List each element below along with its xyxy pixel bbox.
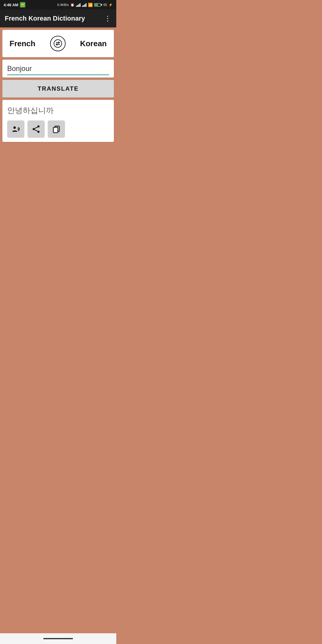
svg-point-0 <box>54 40 62 47</box>
target-language-label[interactable]: Korean <box>80 39 107 48</box>
more-options-icon[interactable]: ⋮ <box>104 14 112 23</box>
svg-point-3 <box>38 131 40 133</box>
input-card <box>2 60 114 78</box>
status-bar: 4:46 AM 🐱 0.4KB/s ⏰ 📶 65 <box>0 0 116 10</box>
translate-button[interactable]: TRANSLATE <box>2 80 114 97</box>
signal-bars-2 <box>82 3 86 7</box>
status-right: 0.4KB/s ⏰ 📶 65 ⚡ <box>57 3 113 7</box>
svg-line-6 <box>35 130 38 131</box>
result-actions <box>7 120 109 138</box>
speaker-icon <box>11 125 20 134</box>
status-time: 4:46 AM <box>4 3 18 7</box>
share-icon <box>32 125 40 133</box>
search-input[interactable] <box>7 64 109 75</box>
status-left: 4:46 AM 🐱 <box>4 2 25 7</box>
charging-icon: ⚡ <box>109 3 113 7</box>
result-card: 안녕하십니까 <box>2 100 114 142</box>
battery-icon <box>94 3 102 7</box>
signal-bars-1 <box>76 3 80 7</box>
swap-languages-button[interactable] <box>50 36 66 51</box>
language-selector-card: French Korean <box>2 30 114 57</box>
speak-button[interactable] <box>7 120 24 138</box>
svg-rect-8 <box>53 127 58 133</box>
alarm-icon: ⏰ <box>70 3 75 7</box>
svg-point-2 <box>38 126 40 128</box>
svg-point-4 <box>33 128 35 130</box>
svg-line-5 <box>35 127 38 129</box>
source-language-label[interactable]: French <box>10 39 35 48</box>
translation-result: 안녕하십니까 <box>7 105 109 116</box>
network-speed: 0.4KB/s <box>57 3 69 7</box>
wifi-icon: 📶 <box>88 3 93 7</box>
cat-icon: 🐱 <box>20 2 25 7</box>
translate-card: TRANSLATE <box>2 80 114 97</box>
copy-icon <box>52 125 61 133</box>
battery-percent: 65 <box>103 3 107 7</box>
app-title: French Korean Dictionary <box>5 15 85 22</box>
share-button[interactable] <box>27 120 45 138</box>
app-bar: French Korean Dictionary ⋮ <box>0 10 116 27</box>
svg-point-1 <box>13 126 16 129</box>
swap-icon <box>54 39 62 48</box>
main-content: French Korean TRANSLATE 안녕하십니까 <box>0 27 116 144</box>
copy-button[interactable] <box>48 120 65 138</box>
